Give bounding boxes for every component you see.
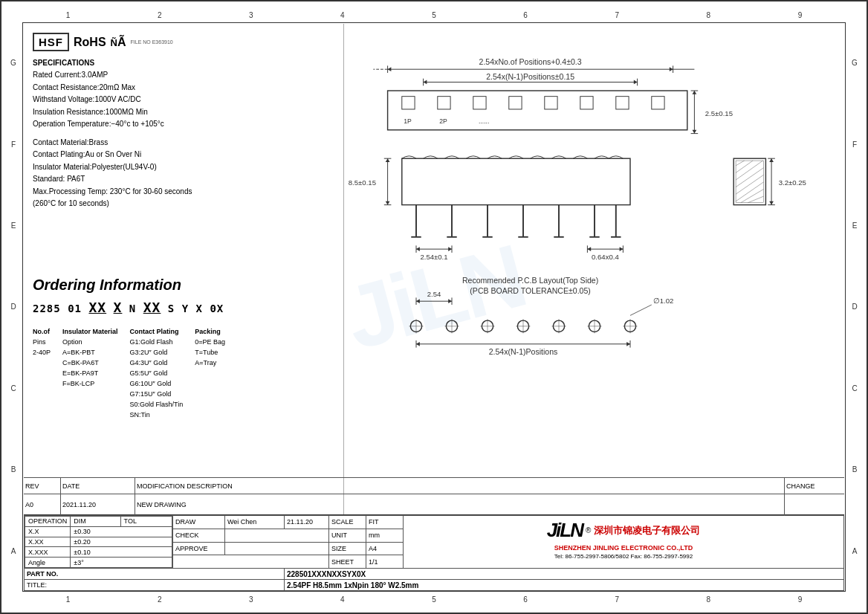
od-pins-title: No.of (33, 327, 51, 337)
svg-rect-48 (736, 161, 763, 203)
ul-mark: ÑÃ (111, 36, 126, 49)
rev-data-row: A0 2021.11.20 NEW DRAWING (24, 494, 844, 515)
svg-marker-72 (416, 247, 420, 251)
ordering-title: Ordering Information (33, 277, 345, 294)
tb-angle-label: Angle (25, 558, 71, 568)
svg-rect-25 (545, 97, 557, 109)
od-pl-3: G4:3U″ Gold (130, 358, 184, 369)
od-pins-t3: 2-40P (33, 348, 51, 358)
tb-scale-label: SCALE (329, 516, 366, 529)
od-pl-6: G7:15U″ Gold (130, 390, 184, 400)
od-pk-2: T=Tube (195, 348, 225, 358)
spec-item-2: Withstand Voltage:1000V AC/DC (33, 94, 192, 106)
spec-spacer (33, 131, 192, 137)
col-header-8: 8 (663, 7, 754, 22)
od-ins-t2: Option (62, 337, 118, 348)
od-col-pins: No.of Pins 2-40P (33, 327, 51, 358)
spec-item-7: Contact Plating:Au or Sn Over Ni (33, 149, 192, 161)
col-header-b-6: 6 (480, 592, 571, 607)
specs-title: SPECIFICATIONS (33, 59, 192, 67)
change-header: CHANGE (785, 478, 844, 494)
tb-check-empty (225, 529, 329, 542)
spec-item-3: Insulation Resistance:1000MΩ Min (33, 106, 192, 119)
svg-text:2.54x(N-1)Positions±0.15: 2.54x(N-1)Positions±0.15 (486, 72, 574, 81)
od-pl-8: SN:Tin (130, 410, 184, 421)
svg-text:2.54: 2.54 (427, 290, 441, 298)
spec-item-9: Standard: PA6T (33, 173, 192, 186)
row-header-D: D (4, 266, 22, 347)
pn-x2: X (196, 303, 210, 314)
tb-dim-label: DIM (71, 517, 120, 527)
svg-rect-27 (616, 97, 629, 109)
row-header-r-A: A (846, 511, 864, 592)
col-header-b-9: 9 (754, 592, 846, 607)
tb-approve-empty (225, 542, 329, 555)
col-header-b-1: 1 (22, 592, 114, 607)
ordering-section: Ordering Information 2285 01 XX X N XX S… (33, 277, 345, 420)
svg-marker-79 (620, 247, 624, 251)
spec-item-6: Contact Material:Brass (33, 137, 192, 149)
row-header-G: G (4, 22, 22, 103)
tb-approve-label: APPROVE (173, 542, 225, 555)
svg-marker-60 (769, 158, 774, 162)
title-block: OPERATION DIM TOL X.X ±0.30 X.XX ±0.20 (24, 514, 844, 590)
od-ins-4: F=BK-LCP (62, 379, 118, 390)
pn-space1 (106, 303, 113, 314)
rev-header: REV (24, 478, 61, 494)
col-header-b-8: 8 (663, 592, 754, 607)
row-header-r-B: B (846, 429, 864, 510)
svg-text:3.2±0.25: 3.2±0.25 (779, 178, 806, 187)
od-col-plating: Contact Plating G1:Gold Flash G3:2U″ Gol… (130, 327, 184, 420)
row-header-r-F: F (846, 103, 864, 184)
svg-marker-110 (448, 299, 452, 303)
tb-sheet-value: 1/1 (366, 555, 404, 569)
spec-item-11: (260°C for 10 seconds) (33, 198, 192, 210)
tb-part-no-value: 228501XXXNXXSYX0X (285, 569, 844, 580)
row-headers-left: G F E D C B A (4, 22, 22, 592)
main-content: HSF RoHS ÑÃ FILE NO E363910 SPECIFICATIO… (24, 24, 844, 590)
part-number-display: 2285 01 XX X N XX S Y X 0X (33, 300, 345, 315)
col-header-b-5: 5 (388, 592, 479, 607)
svg-line-104 (630, 305, 652, 315)
col-headers-top: 1 2 3 4 5 6 7 8 9 (22, 7, 846, 22)
col-header-6: 6 (480, 7, 571, 22)
tb-scale-value: FIT (366, 516, 404, 529)
svg-rect-23 (473, 97, 486, 109)
v-divider-main (343, 24, 344, 514)
spec-item-10: Max.Processing Temp: 230°C for 30-60 sec… (33, 186, 192, 198)
jiln-eng: SHENZHEN JINLING ELECTRONIC CO.,LTD (409, 544, 838, 552)
row-header-A: A (4, 511, 22, 592)
od-pl-4: G5:5U″ Gold (130, 369, 184, 379)
col-header-9: 9 (754, 7, 846, 22)
svg-text:(PCB BOARD TOLERANCE±0.05): (PCB BOARD TOLERANCE±0.05) (470, 286, 590, 295)
date-header: DATE (61, 478, 135, 494)
col-header-2: 2 (114, 7, 205, 22)
tb-xx-label: X.X (25, 526, 71, 537)
hsf-rohs-block: HSF RoHS ÑÃ FILE NO E363910 SPECIFICATIO… (33, 33, 192, 210)
pn-xx1: XX (88, 300, 106, 315)
jiln-reg: ® (586, 526, 591, 534)
od-pl-5: G6:10U″ Gold (130, 379, 184, 390)
svg-marker-78 (587, 247, 591, 251)
spec-item-0: Rated Current:3.0AMP (33, 69, 192, 82)
tb-company-block: JiLN ® 深圳市锦凌电子有限公司 SHENZHEN JINLING ELEC… (404, 516, 844, 569)
pn-s: S (161, 303, 181, 314)
spec-item-1: Contact Resistance:20mΩ Max (33, 82, 192, 94)
col-headers-bottom: 1 2 3 4 5 6 7 8 9 (22, 592, 846, 607)
tb-size-label: SIZE (329, 542, 366, 555)
svg-text:Recommended P.C.B Layout(Top S: Recommended P.C.B Layout(Top Side) (462, 276, 598, 285)
specs-list: Rated Current:3.0AMP Contact Resistance:… (33, 69, 192, 210)
hsf-box: HSF (33, 33, 69, 51)
svg-text:2.54±0.1: 2.54±0.1 (420, 253, 447, 261)
tb-title-label: TITLE: (25, 580, 285, 591)
pn-y: Y (182, 303, 196, 314)
ordering-details: No.of Pins 2-40P Insulator Material Opti… (33, 327, 345, 420)
title-table: OPERATION DIM TOL X.X ±0.30 X.XX ±0.20 (24, 515, 844, 591)
file-no: FILE NO E363910 (131, 39, 173, 45)
svg-text:2.54xNo.of  Positions+0.4±0.3: 2.54xNo.of Positions+0.4±0.3 (479, 57, 582, 66)
od-pl-7: S0:Gold Flash/Tin (130, 400, 184, 410)
svg-line-50 (736, 161, 753, 172)
tb-xxx-label: X.XX (25, 537, 71, 547)
tb-draw-label: DRAW (173, 516, 225, 529)
od-pl-t: Contact Plating (130, 327, 184, 337)
